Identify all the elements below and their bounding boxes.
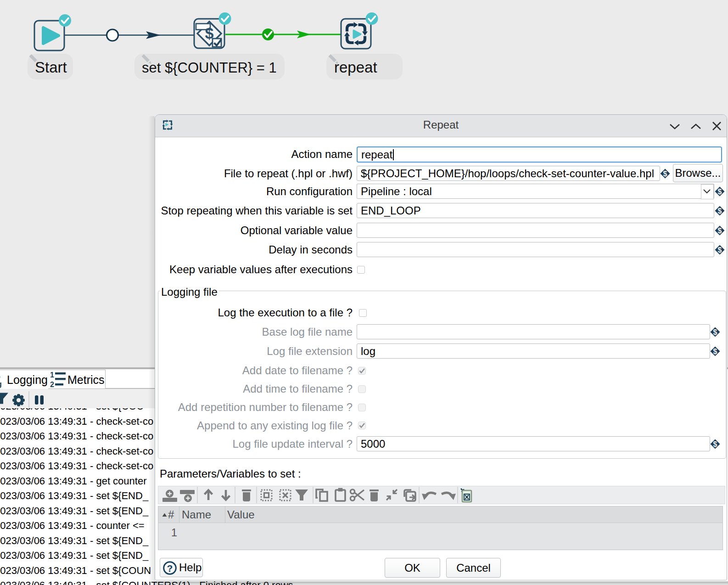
svg-text:$: $ [718, 227, 722, 235]
svg-text:$: $ [718, 207, 722, 215]
svg-text:$: $ [713, 328, 717, 336]
svg-text:$: $ [718, 188, 722, 196]
svg-text:2: 2 [50, 381, 54, 388]
svg-text:$: $ [713, 348, 717, 355]
svg-text:1: 1 [0, 371, 0, 379]
svg-text:repeat: repeat [334, 59, 377, 76]
svg-text:set ${COUNTER} = 1: set ${COUNTER} = 1 [142, 60, 277, 76]
svg-text:$: $ [663, 170, 667, 178]
svg-text:$: $ [713, 440, 717, 448]
svg-text:?: ? [167, 563, 173, 574]
svg-text:1: 1 [50, 371, 54, 379]
svg-text:$: $ [718, 246, 722, 254]
svg-text:Start: Start [35, 59, 67, 76]
svg-text:g: g [0, 380, 2, 388]
